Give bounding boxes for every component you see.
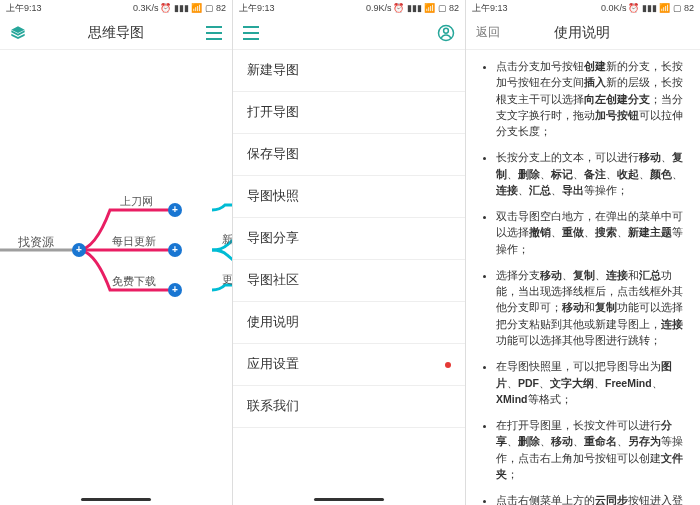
node-b2[interactable]: 每日更新 xyxy=(112,234,156,249)
help-item: 在导图快照里，可以把导图导出为图片、PDF、文字大纲、FreeMind、XMin… xyxy=(496,358,688,407)
help-item: 双击导图空白地方，在弹出的菜单中可以选择撤销、重做、搜索、新建主题等操作； xyxy=(496,208,688,257)
menu-item-save[interactable]: 保存导图 xyxy=(233,134,465,176)
help-item: 长按分支上的文本，可以进行移动、复制、删除、标记、备注、收起、颜色、连接、汇总、… xyxy=(496,149,688,198)
menu-item-help[interactable]: 使用说明 xyxy=(233,302,465,344)
plus-icon[interactable]: + xyxy=(72,243,86,257)
status-bar: 上午9:13 0.9K/s ⏰ ▮▮▮ 📶 ▢ 82 xyxy=(233,0,465,16)
header: 返回 使用说明 xyxy=(466,16,700,50)
svg-rect-1 xyxy=(206,32,222,34)
svg-rect-0 xyxy=(206,26,222,28)
user-icon[interactable] xyxy=(437,24,455,42)
menu-screen: 上午9:13 0.9K/s ⏰ ▮▮▮ 📶 ▢ 82 新建导图 打开导图 保存导… xyxy=(233,0,466,505)
header: 思维导图 xyxy=(0,16,232,50)
node-b3[interactable]: 免费下载 xyxy=(112,274,156,289)
menu-item-new[interactable]: 新建导图 xyxy=(233,50,465,92)
help-screen: 上午9:13 0.0K/s ⏰ ▮▮▮ 📶 ▢ 82 返回 使用说明 点击分支加… xyxy=(466,0,700,505)
node-b1[interactable]: 上刀网 xyxy=(120,194,153,209)
status-bar: 上午9:13 0.0K/s ⏰ ▮▮▮ 📶 ▢ 82 xyxy=(466,0,700,16)
menu-icon[interactable] xyxy=(243,26,259,40)
svg-rect-4 xyxy=(243,26,259,28)
help-item: 点击分支加号按钮创建新的分支，长按加号按钮在分支间插入新的层级，长按根支主干可以… xyxy=(496,58,688,139)
help-item: 在打开导图里，长按文件可以进行分享、删除、移动、重命名、另存为等操作，点击右上角… xyxy=(496,417,688,482)
status-time: 上午9:13 xyxy=(6,2,42,15)
back-button[interactable]: 返回 xyxy=(476,24,500,41)
help-item: 点击右侧菜单上方的云同步按钮进入登录，可以使用我们的云服务同步和下载文件；欢迎登… xyxy=(496,492,688,505)
node-frag2[interactable]: 更 xyxy=(222,272,232,287)
plus-icon[interactable]: + xyxy=(168,203,182,217)
menu-item-community[interactable]: 导图社区 xyxy=(233,260,465,302)
menu-icon[interactable] xyxy=(206,26,222,40)
node-frag1[interactable]: 新 xyxy=(222,232,232,247)
layers-icon[interactable] xyxy=(10,25,26,41)
menu-item-share[interactable]: 导图分享 xyxy=(233,218,465,260)
svg-point-8 xyxy=(444,28,449,33)
home-indicator xyxy=(81,498,151,501)
mindmap-canvas[interactable]: 找资源 上刀网 每日更新 免费下载 新 更 + + + + xyxy=(0,50,232,505)
mindmap-screen: 上午9:13 0.3K/s ⏰ ▮▮▮ 📶 ▢ 82 思维导图 xyxy=(0,0,233,505)
node-root[interactable]: 找资源 xyxy=(18,234,54,251)
svg-rect-2 xyxy=(206,38,222,40)
header xyxy=(233,16,465,50)
svg-rect-5 xyxy=(243,32,259,34)
status-right: 0.3K/s ⏰ ▮▮▮ 📶 ▢ 82 xyxy=(133,3,226,13)
status-time: 上午9:13 xyxy=(239,2,275,15)
menu-item-open[interactable]: 打开导图 xyxy=(233,92,465,134)
page-title: 使用说明 xyxy=(500,24,664,42)
help-content[interactable]: 点击分支加号按钮创建新的分支，长按加号按钮在分支间插入新的层级，长按根支主干可以… xyxy=(466,50,700,505)
menu-item-snapshot[interactable]: 导图快照 xyxy=(233,176,465,218)
help-item: 选择分支移动、复制、连接和汇总功能，当出现选择线框后，点击线框外其他分支即可；移… xyxy=(496,267,688,348)
home-indicator xyxy=(314,498,384,501)
svg-rect-6 xyxy=(243,38,259,40)
plus-icon[interactable]: + xyxy=(168,283,182,297)
status-time: 上午9:13 xyxy=(472,2,508,15)
page-title: 思维导图 xyxy=(26,24,206,42)
menu-item-contact[interactable]: 联系我们 xyxy=(233,386,465,428)
notification-dot xyxy=(445,362,451,368)
plus-icon[interactable]: + xyxy=(168,243,182,257)
status-bar: 上午9:13 0.3K/s ⏰ ▮▮▮ 📶 ▢ 82 xyxy=(0,0,232,16)
menu-item-settings[interactable]: 应用设置 xyxy=(233,344,465,386)
menu-list: 新建导图 打开导图 保存导图 导图快照 导图分享 导图社区 使用说明 应用设置 … xyxy=(233,50,465,428)
